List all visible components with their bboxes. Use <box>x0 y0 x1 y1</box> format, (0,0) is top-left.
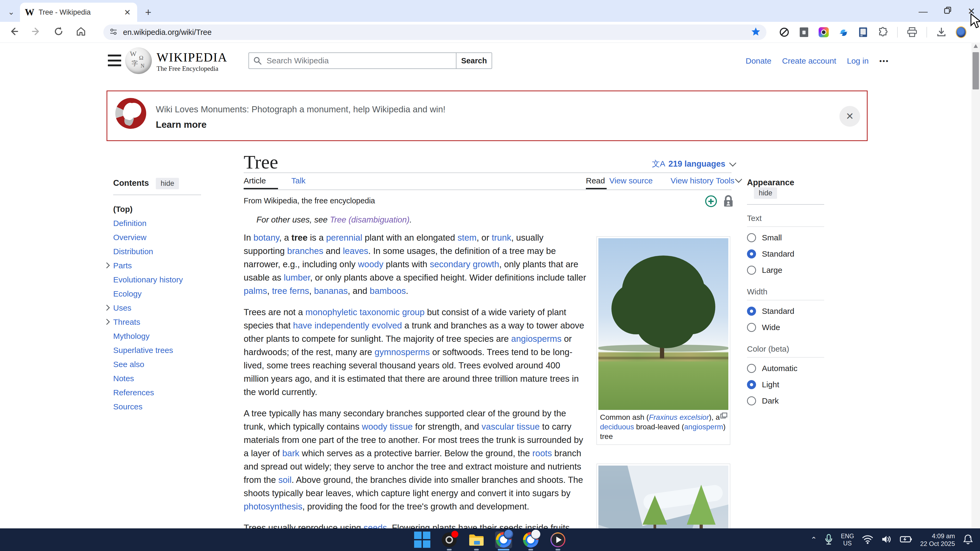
radio-unselected-icon[interactable] <box>747 266 756 275</box>
volume-tray-icon[interactable] <box>881 535 892 545</box>
infobox-figure-tree[interactable]: Common ash (Fraxinus excelsior), a decid… <box>597 237 730 445</box>
tab-view-history[interactable]: View history <box>671 176 713 185</box>
new-tab-button[interactable]: + <box>145 8 151 17</box>
start-button[interactable] <box>414 531 431 548</box>
inline-link[interactable]: leaves <box>343 246 368 256</box>
battery-tray-icon[interactable] <box>900 535 912 545</box>
toc-item-sources[interactable]: Sources <box>113 400 201 414</box>
toc-expand-chevron-icon[interactable] <box>104 262 110 268</box>
site-settings-icon[interactable] <box>109 27 118 38</box>
inline-link[interactable]: bananas <box>314 286 348 296</box>
inline-link[interactable]: woody tissue <box>362 422 413 432</box>
inline-link[interactable]: stem <box>458 233 477 243</box>
languages-button[interactable]: 文A 219 languages <box>652 158 735 169</box>
inline-link[interactable]: roots <box>532 448 552 458</box>
toc-item-evolutionary-history[interactable]: Evolutionary history <box>113 273 201 287</box>
radio-unselected-icon[interactable] <box>747 364 756 373</box>
mountain-photo[interactable] <box>598 465 728 529</box>
tab-article[interactable]: Article <box>243 176 266 185</box>
banner-learn-more-link[interactable]: Learn more <box>156 119 207 130</box>
inline-link[interactable]: have independently evolved <box>293 321 402 330</box>
inline-link[interactable]: gymnosperms <box>375 347 430 357</box>
good-article-plus-icon[interactable] <box>705 195 717 207</box>
bookmark-star-icon[interactable] <box>751 26 761 38</box>
radio-option-wide[interactable]: Wide <box>747 319 824 335</box>
toc-expand-chevron-icon[interactable] <box>104 305 110 311</box>
file-explorer-taskbar-icon[interactable] <box>468 531 485 548</box>
inline-link[interactable]: trunk <box>492 233 511 243</box>
search-box[interactable]: Search Wikipedia Search <box>248 52 492 69</box>
radio-unselected-icon[interactable] <box>747 396 756 405</box>
toc-item-superlative-trees[interactable]: Superlative trees <box>113 343 201 357</box>
inline-link[interactable]: bamboos <box>370 286 406 296</box>
tab-view-source[interactable]: View source <box>609 176 653 185</box>
window-minimize-button[interactable]: — <box>919 6 928 16</box>
chrome-taskbar-icon-active[interactable] <box>495 531 512 548</box>
inline-link[interactable]: soil <box>278 475 291 485</box>
create-account-link[interactable]: Create account <box>782 56 836 65</box>
address-bar[interactable]: en.wikipedia.org/wiki/Tree <box>103 24 767 40</box>
login-link[interactable]: Log in <box>847 56 869 65</box>
radio-option-standard[interactable]: Standard <box>747 246 824 262</box>
clock[interactable]: 4:09 am22 Oct 2025 <box>920 532 955 548</box>
contents-hide-button[interactable]: hide <box>156 178 179 189</box>
scrollbar-up-arrow[interactable] <box>974 44 978 48</box>
tab-search-chevron-icon[interactable]: ⌄ <box>6 6 16 17</box>
appearance-hide-button[interactable]: hide <box>754 187 777 199</box>
inline-link[interactable]: monophyletic taxonomic group <box>305 307 425 317</box>
tab-read[interactable]: Read <box>586 176 605 185</box>
url-text[interactable]: en.wikipedia.org/wiki/Tree <box>123 28 751 37</box>
page-scrollbar[interactable] <box>972 43 980 529</box>
inline-link[interactable]: botany <box>253 233 279 243</box>
figure-mountain-larches[interactable] <box>597 464 730 531</box>
language-indicator[interactable]: ENGUS <box>841 533 854 547</box>
toc-item-threats[interactable]: Threats <box>113 315 201 329</box>
inline-link[interactable]: deciduous <box>600 423 634 431</box>
inline-link[interactable]: vascular tissue <box>482 422 539 432</box>
obs-taskbar-icon[interactable] <box>441 531 458 548</box>
download-icon[interactable] <box>936 27 947 38</box>
radio-unselected-icon[interactable] <box>747 323 756 332</box>
toc-item-uses[interactable]: Uses <box>113 301 201 315</box>
inline-link[interactable]: palms <box>243 286 267 296</box>
radio-option-dark[interactable]: Dark <box>747 392 824 409</box>
radio-option-large[interactable]: Large <box>747 262 824 278</box>
inline-link[interactable]: photosynthesis <box>243 502 302 511</box>
toc-item-distribution[interactable]: Distribution <box>113 245 201 259</box>
toc-item-see-also[interactable]: See also <box>113 357 201 371</box>
document-extension-icon[interactable] <box>799 27 809 38</box>
inline-link[interactable]: lumber <box>284 273 310 283</box>
personal-tools-menu-icon[interactable]: ••• <box>879 57 889 65</box>
toc-item-mythology[interactable]: Mythology <box>113 329 201 343</box>
reload-button[interactable] <box>53 25 64 37</box>
window-restore-button[interactable] <box>944 6 952 16</box>
wikipedia-globe-logo[interactable]: W Ω 字 N <box>125 48 152 74</box>
inline-link[interactable]: secondary growth <box>430 259 499 269</box>
microphone-tray-icon[interactable] <box>825 534 833 546</box>
tray-chevron-up-icon[interactable]: ⌃ <box>811 535 817 544</box>
toc-item-notes[interactable]: Notes <box>113 371 201 386</box>
print-icon[interactable] <box>907 27 918 38</box>
tree-photo[interactable] <box>598 238 728 410</box>
radio-selected-icon[interactable] <box>747 249 756 259</box>
inline-link[interactable]: Tree (disambiguation) <box>330 215 410 224</box>
toc-item-references[interactable]: References <box>113 386 201 400</box>
back-button[interactable] <box>8 25 20 37</box>
radio-unselected-icon[interactable] <box>747 233 756 242</box>
notification-bell-icon[interactable]: z <box>963 534 973 546</box>
browser-tab[interactable]: W Tree - Wikipedia ✕ <box>20 3 137 22</box>
chrome-taskbar-icon-second[interactable] <box>522 531 539 548</box>
wifi-tray-icon[interactable] <box>862 535 873 545</box>
inline-link[interactable]: Fraxinus excelsior <box>649 413 709 421</box>
toc-item-ecology[interactable]: Ecology <box>113 287 201 301</box>
scrollbar-thumb[interactable] <box>972 52 979 89</box>
image-expand-icon[interactable] <box>720 413 727 418</box>
toc-item-parts[interactable]: Parts <box>113 259 201 273</box>
inline-link[interactable]: tree ferns <box>272 286 309 296</box>
toc-item-top[interactable]: (Top) <box>113 202 201 216</box>
donate-link[interactable]: Donate <box>746 56 772 65</box>
tab-talk[interactable]: Talk <box>291 176 305 185</box>
radio-option-standard[interactable]: Standard <box>747 303 824 319</box>
toc-expand-chevron-icon[interactable] <box>104 319 110 325</box>
radio-option-automatic[interactable]: Automatic <box>747 360 824 376</box>
